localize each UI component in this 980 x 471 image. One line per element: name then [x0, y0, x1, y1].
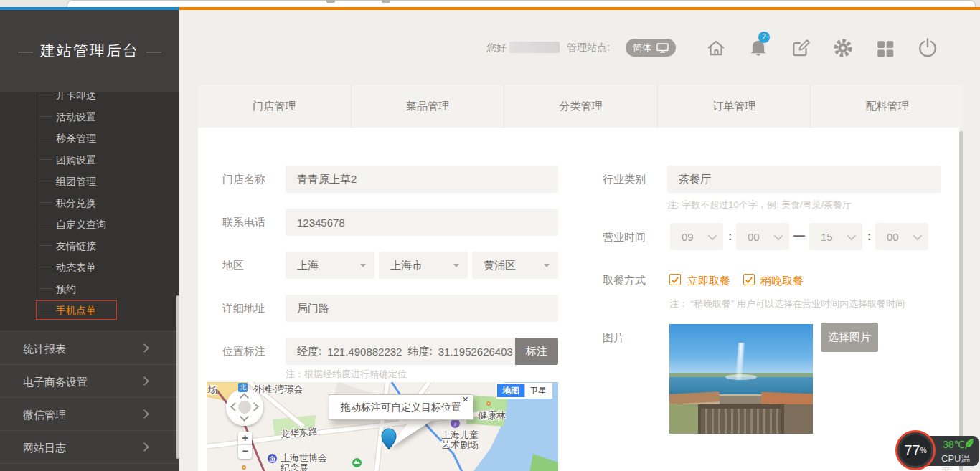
- site-label: 管理站点:: [567, 42, 610, 54]
- store-name-input[interactable]: [286, 166, 558, 193]
- tab-category-management[interactable]: 分类管理: [504, 85, 658, 128]
- open-minute-select[interactable]: 00: [736, 223, 789, 250]
- chevron-right-icon: [140, 376, 149, 386]
- map-type-map-button[interactable]: 地图: [497, 384, 524, 397]
- phone-input[interactable]: [286, 209, 558, 236]
- pickup-later-label[interactable]: 稍晚取餐: [760, 275, 804, 288]
- lat-label: 纬度:: [407, 345, 432, 358]
- apps-grid-icon[interactable]: [875, 38, 896, 60]
- sidebar: — 建站管理后台 — 开卡即送 活动设置 秒杀管理 团购设置 组团管理 积分兑换…: [0, 10, 179, 471]
- image-label: 图片: [603, 331, 624, 345]
- tooltip-close-icon[interactable]: ×: [462, 394, 468, 405]
- city-select[interactable]: 上海市: [379, 252, 468, 279]
- sidebar-section-weixinguanli[interactable]: 微信管理: [0, 397, 179, 430]
- tab-ingredient-management[interactable]: 配料管理: [811, 85, 963, 128]
- map-pan-control[interactable]: [226, 389, 263, 426]
- sidebar-item-youqinglianjie[interactable]: 友情链接: [0, 238, 179, 254]
- address-label: 详细地址: [222, 302, 265, 315]
- gear-icon[interactable]: [832, 37, 854, 59]
- choose-image-button[interactable]: 选择图片: [821, 323, 878, 352]
- sidebar-section-dianzishangwu[interactable]: 电子商务设置: [0, 364, 179, 397]
- north-badge: 北: [238, 383, 248, 392]
- sidebar-item-zidingyichaxun[interactable]: 自定义查询: [0, 217, 179, 232]
- tab-order-management[interactable]: 订单管理: [658, 85, 811, 128]
- tab-dish-management[interactable]: 菜品管理: [352, 85, 505, 128]
- check-icon: [671, 276, 679, 284]
- region-label: 地区: [222, 259, 244, 272]
- sidebar-item-dongtaibiaodan[interactable]: 动态表单: [0, 260, 179, 275]
- sidebar-submenu: 开卡即送 活动设置 秒杀管理 团购设置 组团管理 积分兑换 自定义查询 友情链接…: [0, 92, 179, 331]
- cpu-percent: 77: [904, 442, 920, 459]
- pan-center-knob[interactable]: [238, 401, 251, 414]
- map-widget[interactable]: 场 外滩·湾璟会 龙华东路 上海世博会 纪念展 健康林 上海儿童 艺术剧场 ♪: [207, 382, 558, 471]
- map-marker-pin[interactable]: [381, 428, 398, 451]
- content-scrollbar[interactable]: [959, 131, 963, 471]
- monitor-icon: [656, 43, 669, 53]
- mark-location-button[interactable]: 标注: [515, 338, 558, 365]
- pickup-later-checkbox[interactable]: [743, 274, 755, 285]
- edit-icon[interactable]: [790, 37, 811, 59]
- map-label-children-2: 艺术剧场: [441, 439, 479, 452]
- location-label: 位置标注: [222, 345, 265, 358]
- sidebar-item-zutuanguanli[interactable]: 组团管理: [0, 173, 179, 189]
- close-hour-select[interactable]: 15: [809, 223, 862, 250]
- sidebar-item-jifenduihuan[interactable]: 积分兑换: [0, 195, 179, 211]
- sidebar-section-tongjibaobiao[interactable]: 统计报表: [0, 331, 179, 364]
- chevron-down-icon: [847, 231, 857, 240]
- pickup-now-label[interactable]: 立即取餐: [687, 275, 730, 288]
- leaf-icon: [965, 438, 974, 449]
- sidebar-section-wangzhanrizhi[interactable]: 网站日志: [0, 430, 179, 463]
- pan-down-icon[interactable]: [240, 412, 249, 422]
- power-icon[interactable]: [917, 37, 938, 58]
- lat-value: 31.1952626403: [438, 346, 513, 358]
- hours-colon: :: [728, 230, 732, 243]
- map-type-toggle: 地图 卫星: [497, 384, 551, 397]
- selected-item-highlight-box: [36, 300, 117, 320]
- sidebar-scrollbar[interactable]: [176, 295, 179, 459]
- caret-down-icon: [360, 264, 366, 267]
- cpu-percent-sign: %: [920, 447, 927, 455]
- poi-dot: [486, 401, 491, 406]
- tab-bar: 门店管理 菜品管理 分类管理 订单管理 配料管理: [198, 85, 963, 128]
- close-minute-select[interactable]: 00: [875, 223, 928, 250]
- sidebar-item-tuangoushezhi[interactable]: 团购设置: [0, 152, 179, 168]
- pan-right-icon[interactable]: [250, 402, 259, 411]
- phone-label: 联系电话: [222, 216, 265, 229]
- industry-input[interactable]: [667, 166, 941, 193]
- poi-dot: [242, 465, 246, 470]
- username-redacted: [509, 42, 560, 53]
- industry-label: 行业类别: [603, 173, 646, 186]
- map-type-satellite-button[interactable]: 卫星: [524, 384, 551, 397]
- browser-icon-fragment: [382, 0, 390, 3]
- sidebar-item-yuyue[interactable]: 预约: [0, 281, 179, 297]
- home-icon[interactable]: [705, 37, 727, 59]
- browser-chrome-strip: [0, 0, 980, 7]
- address-input[interactable]: [286, 295, 558, 322]
- title-dash: —: [146, 42, 161, 60]
- sidebar-footer: [0, 463, 179, 471]
- sidebar-title: — 建站管理后台 —: [0, 10, 179, 92]
- zoom-in-button[interactable]: +: [238, 432, 252, 445]
- industry-note: 注: 字数不超过10个字，例: 美食/粤菜/茶餐厅: [667, 199, 852, 211]
- chevron-down-icon: [774, 231, 783, 240]
- map-label-bund: 外滩·湾璟会: [253, 383, 303, 396]
- hours-label: 营业时间: [603, 231, 646, 244]
- district-select[interactable]: 黄浦区: [472, 252, 558, 279]
- greeting-text: 您好: [486, 42, 507, 54]
- open-hour-select[interactable]: 09: [670, 223, 723, 250]
- sidebar-item-miaoshaguanli[interactable]: 秒杀管理: [0, 130, 179, 146]
- page: — 建站管理后台 — 开卡即送 活动设置 秒杀管理 团购设置 组团管理 积分兑换…: [0, 0, 980, 471]
- caret-down-icon: [453, 264, 459, 267]
- pickup-now-checkbox[interactable]: [669, 274, 681, 285]
- browser-address-bar: [67, 0, 976, 7]
- coordinates-input[interactable]: 经度: 121.490882232 纬度: 31.1952626403: [286, 338, 515, 365]
- cpu-monitor-widget[interactable]: 77 % 38℃ CPU温度: [895, 430, 979, 471]
- zoom-out-button[interactable]: −: [238, 445, 252, 458]
- sidebar-item-huodongshezhi[interactable]: 活动设置: [0, 109, 179, 125]
- map-label-park: 健康林: [478, 409, 506, 422]
- province-select[interactable]: 上海: [286, 252, 374, 279]
- site-selector-pill[interactable]: 简体: [626, 39, 676, 57]
- sidebar-item-kaikajisong[interactable]: 开卡即送: [0, 92, 179, 103]
- tab-store-management[interactable]: 门店管理: [198, 85, 352, 128]
- chevron-down-icon: [913, 231, 923, 240]
